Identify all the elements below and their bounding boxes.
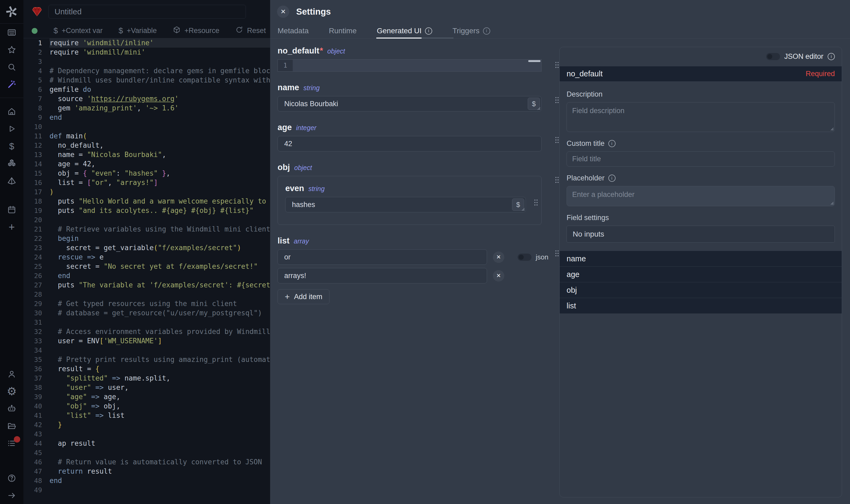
description-textarea[interactable] [566, 102, 835, 132]
json-toggle[interactable] [518, 254, 531, 261]
age-input[interactable] [277, 136, 542, 151]
info-icon[interactable]: i [828, 53, 835, 60]
line-number: 10 [23, 122, 50, 131]
code-editor[interactable]: 1require 'windmill/inline'2require 'wind… [23, 38, 270, 504]
line-number: 42 [23, 420, 50, 430]
drag-handle-icon[interactable] [555, 176, 559, 183]
line-number: 16 [23, 178, 50, 187]
remove-item-icon[interactable]: ✕ [493, 251, 504, 263]
placeholder-textarea[interactable] [566, 186, 835, 206]
user-icon[interactable] [0, 365, 23, 383]
resize-grip-icon[interactable] [521, 207, 525, 211]
scrollbar-thumb[interactable] [528, 60, 541, 62]
json-editor-toggle[interactable] [766, 53, 780, 60]
list-item-input[interactable] [277, 249, 487, 265]
code-line: 38 "user" => user, [23, 383, 270, 392]
field-row-name[interactable]: name [560, 251, 842, 267]
line-number: 34 [23, 346, 50, 355]
line-number: 38 [23, 383, 50, 392]
code-line: 19 puts "and its acolytes.. #{age} #{obj… [23, 206, 270, 215]
info-icon[interactable]: i [608, 175, 616, 182]
name-input[interactable] [277, 96, 542, 111]
script-title-input[interactable] [49, 5, 246, 19]
drag-handle-icon[interactable] [534, 199, 538, 206]
line-number: 26 [23, 271, 50, 281]
code-line: 31 [23, 318, 270, 327]
line-number: 12 [23, 141, 50, 150]
field-row-age[interactable]: age [560, 267, 842, 282]
code-line: 27 puts "The variable at 'f/examples/sec… [23, 281, 270, 290]
gear-icon[interactable]: ⚙ [0, 383, 23, 400]
code-line: 39 "age" => age, [23, 392, 270, 401]
field-name: name string $ [277, 83, 565, 111]
field-row-list[interactable]: list [560, 298, 842, 314]
placeholder-area [566, 186, 835, 206]
selected-field-row[interactable]: no_default Required [560, 66, 842, 82]
list-item-wrap [277, 268, 487, 283]
no-default-json-input[interactable]: 1 [277, 59, 542, 72]
field-name: no_default [277, 46, 319, 56]
windmill-logo-icon[interactable] [0, 0, 23, 24]
add-variable-button[interactable]: $ +Variable [119, 26, 157, 35]
wand-icon[interactable] [0, 76, 23, 93]
play-icon[interactable] [0, 120, 23, 137]
plus-icon: + [285, 292, 290, 301]
custom-title-input[interactable] [566, 151, 835, 166]
search-icon[interactable] [0, 58, 23, 76]
add-context-var-label: +Context var [62, 26, 103, 35]
field-row-label: list [566, 302, 576, 310]
drag-handle-icon[interactable] [555, 250, 559, 257]
boxes-icon[interactable] [0, 155, 23, 172]
tab-runtime[interactable]: Runtime [329, 23, 357, 38]
list-item-row: ✕ [277, 268, 565, 283]
code-line: 18 puts "Hello World and a warm welcome … [23, 197, 270, 206]
resize-grip-icon[interactable] [830, 127, 834, 131]
arrow-right-icon[interactable] [0, 487, 23, 504]
list-icon[interactable] [0, 434, 23, 452]
resize-grip-icon[interactable] [830, 201, 834, 205]
close-icon[interactable]: ✕ [277, 5, 289, 18]
plus-icon[interactable]: + [0, 218, 23, 235]
drag-handle-icon[interactable] [555, 96, 559, 104]
info-icon[interactable]: i [608, 140, 616, 147]
remove-item-icon[interactable]: ✕ [493, 270, 504, 282]
info-icon[interactable]: i [483, 28, 490, 35]
line-number: 1 [23, 38, 50, 48]
line-number: 19 [23, 206, 50, 215]
reset-button[interactable]: Reset [235, 26, 266, 36]
field-name: list [277, 236, 290, 246]
list-item-input[interactable] [277, 268, 487, 283]
required-asterisk: * [320, 46, 323, 56]
window-icon[interactable] [0, 24, 23, 41]
calendar-icon[interactable] [0, 201, 23, 218]
tab-generated-ui[interactable]: Generated UI i [377, 23, 432, 38]
add-item-button[interactable]: + Add item [277, 289, 329, 304]
help-icon[interactable] [0, 469, 23, 487]
drag-handle-icon[interactable] [555, 137, 559, 143]
dollar-icon: $ [54, 26, 58, 35]
folder-icon[interactable] [0, 417, 23, 434]
dollar-icon[interactable]: $ [0, 137, 23, 155]
code-line: 2require 'windmill/mini' [23, 48, 270, 57]
info-icon[interactable]: i [425, 28, 432, 35]
field-name: age [277, 123, 292, 132]
field-row-obj[interactable]: obj [560, 282, 842, 298]
add-context-var-button[interactable]: $ +Context var [54, 26, 103, 35]
even-input[interactable] [285, 197, 526, 212]
pyramid-icon[interactable] [0, 172, 23, 189]
json-input-body[interactable] [293, 60, 541, 71]
tab-triggers[interactable]: Triggers i [452, 23, 490, 38]
star-icon[interactable] [0, 41, 23, 58]
home-icon[interactable] [0, 103, 23, 120]
drag-handle-icon[interactable] [555, 61, 559, 68]
required-badge: Required [806, 70, 835, 78]
resize-grip-icon[interactable] [537, 106, 541, 110]
field-row-label: obj [566, 286, 577, 294]
code-line: 36 result = { [23, 364, 270, 374]
robot-icon[interactable] [0, 400, 23, 417]
code-line: 40 "obj" => obj, [23, 401, 270, 411]
tab-metadata[interactable]: Metadata [277, 23, 309, 38]
field-label-row: name string [277, 83, 565, 92]
field-obj: obj object even string $ [277, 163, 565, 225]
add-resource-button[interactable]: +Resource [173, 26, 219, 36]
